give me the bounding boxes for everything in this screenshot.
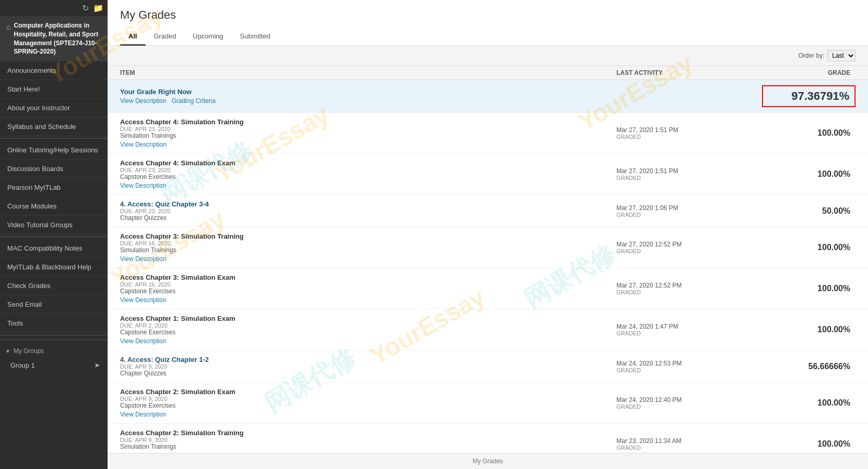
grade-item-due: DUE: APR 23, 2020 <box>120 126 616 132</box>
grade-row: Your Grade Right NowView DescriptionGrad… <box>108 80 868 113</box>
grade-value: 100.00% <box>762 284 856 293</box>
tab-graded[interactable]: Graded <box>146 28 185 46</box>
grade-item-link[interactable]: View Description <box>120 182 166 189</box>
order-by-label: Order by: <box>798 52 824 59</box>
grade-item-links: View Description <box>120 411 616 418</box>
page-title: My Grades <box>120 8 856 22</box>
grade-item-title[interactable]: 4. Access: Quiz Chapter 3-4 <box>120 200 616 208</box>
grade-item-due: DUE: APR 16, 2020 <box>120 240 616 246</box>
grade-last-activity: Mar 27, 2020 12:52 PM <box>616 241 762 248</box>
grade-item-link[interactable]: Grading Criteria <box>172 97 216 105</box>
page-header: My Grades <box>108 0 868 28</box>
grade-value: 50.00% <box>762 206 856 216</box>
grade-item-cell: Access Chapter 2: Simulation ExamDUE: AP… <box>120 388 616 418</box>
sidebar-divider <box>0 138 108 139</box>
sidebar-nav-item[interactable]: MAC Compatibility Notes <box>0 239 108 258</box>
sidebar-nav-item[interactable]: Online Tutoring/Help Sessions <box>0 141 108 160</box>
folder-icon[interactable]: 📁 <box>93 3 103 13</box>
sidebar-nav-item[interactable]: Check Grades <box>0 277 108 295</box>
course-title-text: Computer Applications in Hospitality, Re… <box>14 21 101 56</box>
grade-item-links: View DescriptionGrading Criteria <box>120 97 616 105</box>
course-title-block[interactable]: ⌂ Computer Applications in Hospitality, … <box>0 16 108 61</box>
grade-last-activity: Mar 23, 2020 11:34 AM <box>616 437 762 445</box>
sidebar-group-item[interactable]: Group 1➤ <box>0 357 108 373</box>
tab-upcoming[interactable]: Upcoming <box>185 28 232 46</box>
sidebar-nav-item[interactable]: Video Tutorial Groups <box>0 216 108 234</box>
grade-item-link[interactable]: View Description <box>120 141 166 148</box>
grade-last-activity: Mar 27, 2020 1:06 PM <box>616 204 762 212</box>
grade-row: Access Chapter 2: Simulation ExamDUE: AP… <box>108 383 868 424</box>
grade-row: Access Chapter 3: Simulation ExamDUE: AP… <box>108 268 868 309</box>
grade-activity-status: GRADED <box>616 289 762 295</box>
sidebar-nav-item[interactable]: Announcements <box>0 61 108 80</box>
grade-value: 100.00% <box>762 439 856 449</box>
grade-item-title: Access Chapter 3: Simulation Training <box>120 232 616 240</box>
grade-item-links: View Description <box>120 337 616 345</box>
grade-value: 97.36791% <box>762 85 856 107</box>
sidebar-nav-item[interactable]: About your Instructor <box>0 99 108 118</box>
grade-item-cell: 4. Access: Quiz Chapter 3-4DUE: APR 23, … <box>120 200 616 222</box>
sidebar-nav-item[interactable]: MyITLab & Blackboard Help <box>0 258 108 277</box>
grade-item-due: DUE: APR 2, 2020 <box>120 322 616 329</box>
tab-all[interactable]: All <box>120 28 146 46</box>
grade-item-category: Capstone Exercises <box>120 173 616 180</box>
grade-value: 100.00% <box>762 128 856 138</box>
grade-activity-status: GRADED <box>616 134 762 140</box>
grade-row: Access Chapter 4: Simulation ExamDUE: AP… <box>108 154 868 195</box>
grade-value: 100.00% <box>762 398 856 408</box>
grade-item-title: Access Chapter 4: Simulation Exam <box>120 159 616 167</box>
grade-item-link[interactable]: View Description <box>120 411 166 418</box>
grade-item-due: DUE: APR 23, 2020 <box>120 208 616 214</box>
grade-item-due: DUE: APR 23, 2020 <box>120 167 616 173</box>
grade-item-link[interactable]: View Description <box>120 296 166 304</box>
grade-item-link[interactable]: View Description <box>120 97 166 105</box>
grade-item-due: DUE: APR 9, 2020 <box>120 396 616 402</box>
sidebar-nav-item[interactable]: Pearson MyITLab <box>0 178 108 197</box>
sidebar-nav-item[interactable]: Send Email <box>0 295 108 314</box>
sidebar-divider-1 <box>0 340 108 340</box>
sidebar-nav-item[interactable]: Syllabus and Schedule <box>0 118 108 136</box>
grade-value: 100.00% <box>762 325 856 334</box>
grade-item-cell: Access Chapter 3: Simulation TrainingDUE… <box>120 232 616 263</box>
tab-submitted[interactable]: Submitted <box>232 28 279 46</box>
grade-last-activity: Mar 27, 2020 1:51 PM <box>616 167 762 175</box>
footer: My Grades <box>108 453 868 469</box>
grade-item-links: View Description <box>120 141 616 148</box>
grade-item-link[interactable]: View Description <box>120 337 166 345</box>
sidebar-nav-item[interactable]: Tools <box>0 314 108 333</box>
my-groups-header[interactable]: ▼ My Groups <box>0 342 108 357</box>
group-expand-icon: ➤ <box>94 361 100 369</box>
grade-item-category: Chapter Quizzes <box>120 214 616 222</box>
my-groups-arrow: ▼ <box>5 348 10 354</box>
grade-activity-status: GRADED <box>616 403 762 410</box>
grade-item-title: Access Chapter 2: Simulation Training <box>120 429 616 437</box>
grade-row: Access Chapter 4: Simulation TrainingDUE… <box>108 113 868 154</box>
grade-value: 100.00% <box>762 170 856 179</box>
sidebar-nav-item[interactable]: Discussion Boards <box>0 160 108 178</box>
sidebar-divider <box>0 237 108 237</box>
grade-item-category: Simulation Trainings <box>120 132 616 139</box>
grade-item-link[interactable]: View Description <box>120 255 166 263</box>
my-groups-label: My Groups <box>14 347 44 355</box>
grade-item-title: Access Chapter 4: Simulation Training <box>120 118 616 126</box>
tabs-bar: AllGradedUpcomingSubmitted <box>108 28 868 46</box>
grade-item-links: View Description <box>120 296 616 304</box>
sidebar-nav-item[interactable]: Start Here! <box>0 80 108 99</box>
refresh-icon[interactable]: ↻ <box>82 3 89 13</box>
col-last-activity: LAST ACTIVITY <box>616 69 762 76</box>
order-by-select[interactable]: Last First <box>827 50 856 61</box>
grade-item-due: DUE: APR 9, 2020 <box>120 363 616 370</box>
grade-activity-cell: Mar 27, 2020 1:51 PM GRADED <box>616 126 762 140</box>
grade-activity-status: GRADED <box>616 367 762 373</box>
grade-item-title[interactable]: 4. Access: Quiz Chapter 1-2 <box>120 356 616 363</box>
grade-item-links: View Description <box>120 255 616 263</box>
grade-item-title[interactable]: Your Grade Right Now <box>120 88 616 96</box>
sidebar-nav-item[interactable]: Course Modules <box>0 197 108 216</box>
grade-item-category: Capstone Exercises <box>120 288 616 295</box>
grade-activity-status: GRADED <box>616 248 762 254</box>
grade-row: Access Chapter 1: Simulation ExamDUE: AP… <box>108 309 868 350</box>
sidebar-nav: AnnouncementsStart Here!About your Instr… <box>0 61 108 337</box>
grade-activity-cell: Mar 24, 2020 12:40 PM GRADED <box>616 396 762 410</box>
grade-last-activity: Mar 24, 2020 12:40 PM <box>616 396 762 403</box>
grade-activity-cell: Mar 27, 2020 1:51 PM GRADED <box>616 167 762 181</box>
